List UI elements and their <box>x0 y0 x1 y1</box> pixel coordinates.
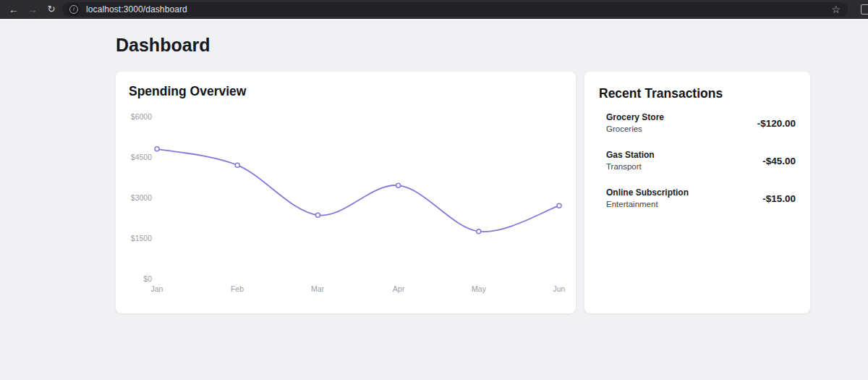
transaction-category: Entertainment <box>606 198 689 210</box>
x-axis-label: May <box>472 284 486 293</box>
transaction-name: Grocery Store <box>606 111 664 123</box>
address-bar[interactable]: i localhost:3000/dashboard ☆ <box>62 2 848 17</box>
x-axis-label: Mar <box>311 284 324 293</box>
transaction-row: Gas Station Transport -$45.00 <box>599 149 796 172</box>
x-axis-label: Apr <box>393 284 404 293</box>
reload-icon[interactable]: ↻ <box>42 0 61 19</box>
transaction-amount: -$45.00 <box>762 156 796 166</box>
url-text[interactable]: localhost:3000/dashboard <box>86 4 187 14</box>
transaction-name: Gas Station <box>606 149 655 161</box>
x-axis-label: Jan <box>151 284 163 293</box>
browser-toolbar: ← → ↻ i localhost:3000/dashboard ☆ <box>0 0 868 19</box>
page-title: Dashboard <box>116 35 210 56</box>
recent-transactions-card: Recent Transactions Grocery Store Grocer… <box>584 72 810 313</box>
x-axis-labels: Jan Feb Mar Apr May Jun <box>116 72 576 313</box>
transaction-amount: -$120.00 <box>757 118 796 129</box>
site-info-icon[interactable]: i <box>67 3 80 16</box>
transaction-amount: -$15.00 <box>762 193 796 204</box>
forward-icon[interactable]: → <box>23 0 42 19</box>
spending-overview-card: Spending Overview $6000 $4500 $3000 $150… <box>116 72 576 313</box>
transaction-category: Groceries <box>606 123 664 135</box>
back-icon[interactable]: ← <box>4 0 23 19</box>
transactions-card-title: Recent Transactions <box>599 86 796 101</box>
browser-window-icon[interactable] <box>861 4 868 14</box>
x-axis-label: Jun <box>553 284 566 293</box>
transaction-name: Online Subscription <box>606 187 689 198</box>
transaction-row: Online Subscription Entertainment -$15.0… <box>599 187 796 210</box>
bookmark-star-icon[interactable]: ☆ <box>831 2 841 17</box>
transaction-category: Transport <box>606 161 655 172</box>
transaction-row: Grocery Store Groceries -$120.00 <box>599 111 796 135</box>
x-axis-label: Feb <box>231 284 244 293</box>
